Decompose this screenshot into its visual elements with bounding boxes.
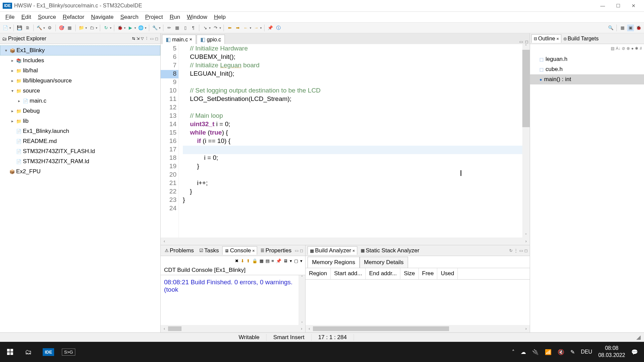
run-button[interactable]: ▶ (127, 25, 134, 31)
tray-language[interactable]: DEU (581, 349, 592, 355)
tray-pen-icon[interactable]: ✎ (570, 349, 575, 355)
app-taskbar-button[interactable]: S>G (58, 344, 79, 360)
tree-item[interactable]: ▸📁lib/hal (0, 66, 160, 76)
scroll-left-icon[interactable]: ‹ (161, 239, 168, 244)
analyzer-tab[interactable]: ▦Build Analyzer ✕ (308, 246, 357, 255)
perspective-open-button[interactable]: ▦ (619, 25, 626, 31)
outline-item[interactable]: ⬚leguan.h (530, 54, 644, 64)
column-header[interactable]: Region (306, 268, 331, 279)
menu-project[interactable]: Project (142, 12, 166, 22)
view-max-icon[interactable]: ◻ (300, 248, 303, 253)
target-button[interactable]: 🎯 (58, 25, 65, 31)
pen-button[interactable]: ✏ (166, 25, 172, 31)
console-new-icon[interactable]: ▢ (294, 258, 298, 263)
column-header[interactable]: Free (419, 268, 438, 279)
bottom-tab-tasks[interactable]: ☑Tasks (197, 247, 221, 255)
editor-vertical-scrollbar[interactable]: ˄ ˅ (522, 44, 530, 238)
tree-item[interactable]: ▸📁Debug (0, 106, 160, 116)
editor-maximize-icon[interactable]: ◻ (525, 39, 528, 44)
tree-item[interactable]: 📄README.md (0, 136, 160, 146)
menu-refactor[interactable]: Refactor (59, 12, 88, 22)
menu-search[interactable]: Search (117, 12, 142, 22)
outline-item[interactable]: ●main() : int (530, 74, 644, 84)
pin-button[interactable]: 📌 (267, 25, 274, 31)
tree-item[interactable]: 📄STM32H743ZITX_RAM.ld (0, 156, 160, 167)
minimize-button[interactable]: — (595, 0, 610, 11)
tree-item[interactable]: 📦Ex2_FPU (0, 167, 160, 177)
console-lock-icon[interactable]: 🔒 (252, 258, 257, 263)
filter-icon[interactable]: ▽ (141, 36, 144, 41)
outline-hide2-icon[interactable]: ⊗ (627, 46, 630, 51)
analyzer-tab[interactable]: ▦Static Stack Analyzer (359, 247, 421, 255)
editor-minimize-icon[interactable]: ▭ (519, 39, 523, 44)
tray-battery-icon[interactable]: 🔌 (532, 349, 539, 355)
nav-fwd-button[interactable]: → (253, 25, 259, 31)
scrollbar-thumb[interactable] (522, 50, 530, 127)
tree-item[interactable]: ▾📁source (0, 86, 160, 96)
minimize-view-icon[interactable]: ▭ (150, 36, 154, 41)
console-pin-icon[interactable]: 📌 (276, 258, 281, 263)
tray-clock[interactable]: 08:08 08.03.2022 (598, 345, 625, 359)
outline-item[interactable]: ⬚cube.h (530, 64, 644, 74)
build-button[interactable]: 🔨 (36, 25, 43, 31)
outline-tab[interactable]: ⊟Outline ✕ (531, 34, 561, 43)
project-tree[interactable]: ▾📦Ex1_Blinky▸📚Includes▸📁lib/hal▸📁lib/lib… (0, 44, 160, 332)
console-vscroll[interactable]: ˄ ˅ (298, 275, 305, 325)
console-open-icon[interactable]: ▾ (300, 258, 303, 263)
maximize-view-icon[interactable]: ◻ (155, 36, 158, 41)
config-button[interactable]: 🗀 (88, 25, 95, 31)
editor-horizontal-scrollbar[interactable]: ‹ › (161, 238, 530, 245)
analyzer-min-icon[interactable]: ▭ (519, 248, 523, 253)
bottom-tab-console[interactable]: 🖥Console ✕ (222, 246, 257, 255)
save-all-button[interactable]: 🗎 (24, 25, 31, 31)
tray-cloud-icon[interactable]: ☁ (521, 349, 526, 355)
outline-hide-icon[interactable]: ⊘ (622, 46, 625, 51)
collapse-icon[interactable]: ⇲ (136, 36, 139, 41)
tray-notifications-icon[interactable]: 💬 (631, 349, 638, 355)
info-button[interactable]: ⓘ (275, 25, 282, 31)
refresh-button[interactable]: ↻ (103, 25, 109, 31)
console-hscroll[interactable]: ‹› (161, 325, 305, 332)
back-button[interactable]: ⬅ (226, 25, 233, 31)
step-over-button[interactable]: ↷ (212, 25, 219, 31)
console-down-icon[interactable]: ⬇ (241, 258, 244, 263)
new-button[interactable]: 📄 (2, 25, 9, 31)
tray-wifi-icon[interactable]: 📶 (545, 349, 552, 355)
perspective-debug-button[interactable]: 🐞 (635, 25, 642, 31)
ide-taskbar-button[interactable]: IDE (38, 344, 58, 360)
save-button[interactable]: 💾 (16, 25, 23, 31)
column-header[interactable]: End addr... (366, 268, 400, 279)
perspective-c-button[interactable]: ▣ (627, 25, 634, 31)
column-header[interactable]: Used (437, 268, 458, 279)
column-header[interactable]: Start add... (331, 268, 366, 279)
outline-hash-icon[interactable]: # (640, 46, 642, 51)
menu-navigate[interactable]: Navigate (88, 12, 117, 22)
debug-button[interactable]: 🐞 (117, 25, 123, 31)
run-config-button[interactable]: 🌐 (137, 25, 144, 31)
analyzer-refresh-icon[interactable]: ↻ (509, 248, 513, 253)
close-button[interactable]: ✕ (626, 0, 641, 11)
grid-button[interactable]: ▦ (174, 25, 180, 31)
chip-button[interactable]: ▦ (66, 25, 73, 31)
analyzer-max-icon[interactable]: ◻ (524, 248, 528, 253)
scroll-right-icon[interactable]: › (522, 239, 530, 244)
menu-window[interactable]: Window (184, 12, 210, 22)
bottom-tab-problems[interactable]: ⚠Problems (163, 247, 196, 255)
external-tools-button[interactable]: 🔧 (152, 25, 158, 31)
column-header[interactable]: Size (400, 268, 418, 279)
tray-volume-icon[interactable]: 🔇 (558, 349, 564, 355)
tree-item[interactable]: ▸📄main.c (0, 96, 160, 106)
menu-source[interactable]: Source (35, 12, 59, 22)
analyzer-menu-icon[interactable]: ⋮ (514, 248, 518, 253)
tree-item[interactable]: 📄Ex1_Blinky.launch (0, 126, 160, 136)
link-icon[interactable]: ⇆ (132, 36, 135, 41)
build-all-button[interactable]: ⚙ (46, 25, 53, 31)
menu-file[interactable]: File (2, 12, 18, 22)
tree-item[interactable]: ▸📁lib (0, 116, 160, 126)
para-button[interactable]: ¶ (190, 25, 197, 31)
outline-sort-icon[interactable]: ▤ (611, 46, 614, 51)
tree-item[interactable]: 📄STM32H743ZITX_FLASH.ld (0, 146, 160, 156)
block-button[interactable]: ▯ (182, 25, 189, 31)
tray-chevron-icon[interactable]: ˄ (512, 349, 515, 355)
view-min-icon[interactable]: ▭ (295, 248, 298, 253)
